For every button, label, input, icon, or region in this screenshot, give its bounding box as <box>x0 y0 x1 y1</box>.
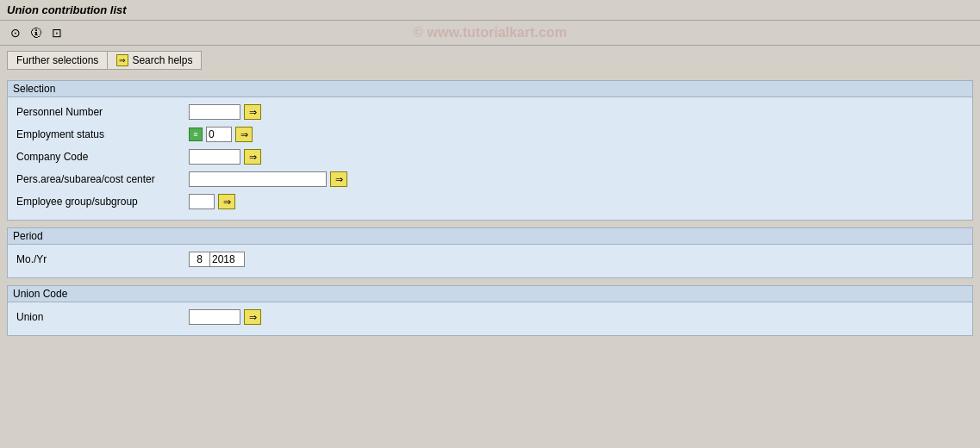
company-code-row: Company Code ⇒ <box>16 147 964 166</box>
union-label: Union <box>16 311 189 323</box>
period-body: Mo./Yr <box>8 245 972 277</box>
watermark: © www.tutorialkart.com <box>413 25 566 40</box>
page-title: Union contribution list <box>7 3 973 16</box>
period-label: Mo./Yr <box>16 253 189 265</box>
employee-group-arrow-btn[interactable]: ⇒ <box>218 194 235 209</box>
employee-group-row: Employee group/subgroup ⇒ <box>16 192 964 211</box>
employment-status-controls: ≡ <box>189 127 232 142</box>
union-section: Union Code Union ⇒ <box>7 285 973 336</box>
pers-area-input[interactable] <box>189 171 327 187</box>
btn-bar: Further selections ⇒ Search helps <box>0 46 980 75</box>
multi-select-icon[interactable]: ≡ <box>189 128 203 141</box>
company-code-arrow-btn[interactable]: ⇒ <box>244 149 261 165</box>
title-bar: Union contribution list <box>0 0 980 21</box>
selection-header: Selection <box>8 81 972 97</box>
union-arrow-btn[interactable]: ⇒ <box>244 309 261 325</box>
union-body: Union ⇒ <box>8 302 972 335</box>
employee-group-label: Employee group/subgroup <box>16 196 189 208</box>
union-input[interactable] <box>189 309 240 325</box>
period-month-input[interactable] <box>189 252 210 267</box>
search-helps-button[interactable]: ⇒ Search helps <box>107 51 202 70</box>
arrow-icon-search: ⇒ <box>116 54 128 66</box>
period-year-input[interactable] <box>210 252 245 267</box>
selection-section: Selection Personnel Number ⇒ Employment … <box>7 80 973 221</box>
union-header: Union Code <box>8 286 972 302</box>
further-selections-button[interactable]: Further selections <box>7 51 107 70</box>
search-helps-label: Search helps <box>132 54 192 66</box>
forward-icon[interactable]: ⊡ <box>48 24 66 41</box>
personnel-number-row: Personnel Number ⇒ <box>16 103 964 121</box>
period-value <box>189 252 245 267</box>
period-row: Mo./Yr <box>16 250 964 269</box>
further-selections-label: Further selections <box>16 54 98 66</box>
selection-body: Personnel Number ⇒ Employment status ≡ ⇒… <box>8 97 972 220</box>
employment-status-label: Employment status <box>16 128 189 140</box>
pers-area-label: Pers.area/subarea/cost center <box>16 173 189 185</box>
personnel-number-arrow-btn[interactable]: ⇒ <box>244 104 261 120</box>
pers-area-row: Pers.area/subarea/cost center ⇒ <box>16 170 964 189</box>
info-icon[interactable]: 🛈 <box>28 24 45 41</box>
content-area: Selection Personnel Number ⇒ Employment … <box>0 75 980 348</box>
employee-group-input[interactable] <box>189 194 215 209</box>
back-icon[interactable]: ⊙ <box>7 24 24 41</box>
employment-status-arrow-btn[interactable]: ⇒ <box>235 127 253 142</box>
employment-status-row: Employment status ≡ ⇒ <box>16 125 964 144</box>
personnel-number-input[interactable] <box>189 104 240 120</box>
toolbar: ⊙ 🛈 ⊡ © www.tutorialkart.com <box>0 21 980 46</box>
company-code-label: Company Code <box>16 151 189 163</box>
personnel-number-label: Personnel Number <box>16 106 189 118</box>
period-header: Period <box>8 228 972 245</box>
company-code-input[interactable] <box>189 149 240 165</box>
period-section: Period Mo./Yr <box>7 227 973 278</box>
pers-area-arrow-btn[interactable]: ⇒ <box>330 171 347 187</box>
employment-status-input[interactable] <box>206 127 232 142</box>
union-row: Union ⇒ <box>16 308 964 327</box>
